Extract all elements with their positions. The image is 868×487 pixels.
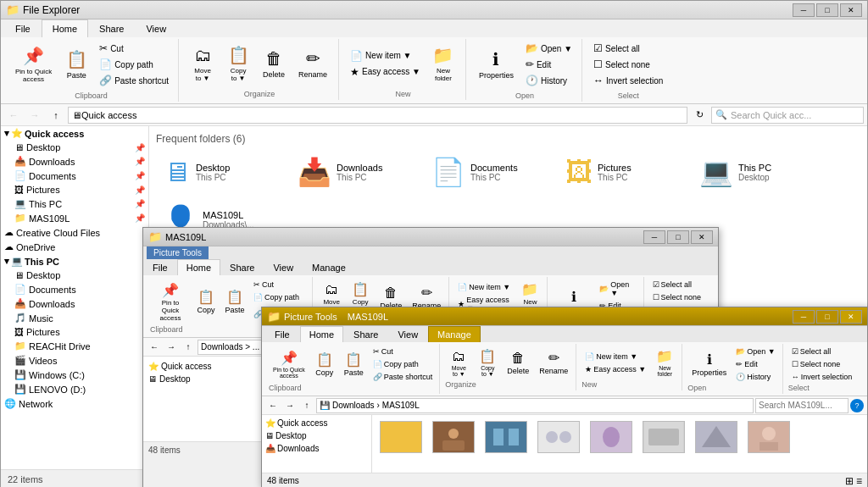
w3-sidebar-desktop[interactable]: 🖥 Desktop [262,429,371,442]
w3-tab-share[interactable]: Share [344,326,387,342]
w2-tab-home[interactable]: Home [177,259,220,275]
tab-view[interactable]: View [135,19,177,37]
w3-list-view-button[interactable]: ≡ [856,475,862,487]
sidebar-item-windows-c[interactable]: 💾 Windows (C:) [1,368,148,382]
w3-new-folder-button[interactable]: 📁 Newfolder [651,346,678,379]
w2-up-button[interactable]: ↑ [181,340,196,355]
sidebar-item-mas109l-qa[interactable]: 📁 MAS109L 📌 [1,211,148,225]
w3-edit-button[interactable]: ✏ Edit [732,358,778,370]
thumb-item-2[interactable] [428,418,479,465]
w2-open-button[interactable]: 📂 Open ▼ [596,279,639,299]
tab-share[interactable]: Share [88,19,135,37]
w3-properties-button[interactable]: ℹ Properties [687,349,731,379]
w3-minimize-button[interactable]: ─ [793,310,815,324]
paste-button[interactable]: 📋 Paste [59,45,93,84]
w3-paste-shortcut-button[interactable]: 🔗 Paste shortcut [370,371,437,383]
up-button[interactable]: ↑ [47,106,65,125]
w3-up-button[interactable]: ↑ [299,398,314,413]
sidebar-item-pictures-qa[interactable]: 🖼 Pictures 📌 [1,183,148,196]
w2-new-item-button[interactable]: 📄 New item ▼ [454,281,515,293]
properties-button[interactable]: ℹ Properties [473,45,520,84]
invert-selection-button[interactable]: ↔ Invert selection [589,73,667,88]
thumb-item-5[interactable] [586,418,637,465]
folder-item-documents[interactable]: 📄 Documents This PC [424,152,551,192]
sidebar-item-downloads-qa[interactable]: 📥 Downloads 📌 [1,154,148,169]
sidebar-item-music[interactable]: 🎵 Music [1,311,148,325]
w3-address-bar[interactable]: 💾 Downloads › MAS109L [316,398,754,413]
select-all-button[interactable]: ☑ Select all [589,41,667,56]
w2-copy-button[interactable]: 📋 Copy [192,286,220,317]
w2-sidebar-quick-access[interactable]: ⭐ Quick access [143,360,261,373]
w3-large-icons-button[interactable]: ⊞ [845,475,854,487]
w2-cut-button[interactable]: ✂ Cut [250,279,309,291]
w3-tab-home[interactable]: Home [300,326,343,342]
address-bar[interactable]: 🖥 Quick access [68,107,687,124]
copy-to-button[interactable]: 📋 Copyto ▼ [221,41,255,86]
sidebar-item-onedrive[interactable]: ☁ OneDrive [1,240,148,254]
sidebar-item-desktop-pc[interactable]: 🖥 Desktop [1,268,148,282]
select-none-button[interactable]: ☐ Select none [589,57,667,72]
edit-button[interactable]: ✏ Edit [521,57,576,72]
w3-easy-access-button[interactable]: ★ Easy access ▼ [581,363,649,375]
folder-item-pictures[interactable]: 🖼 Pictures This PC [558,152,685,192]
forward-button[interactable]: → [25,106,44,125]
cut-button[interactable]: ✂ Cut [95,41,173,56]
delete-button[interactable]: 🗑 Delete [257,45,291,83]
w3-open-button[interactable]: 📂 Open ▼ [732,346,778,357]
refresh-button[interactable]: ↻ [690,106,709,125]
sidebar-item-downloads-pc[interactable]: 📥 Downloads [1,296,148,311]
w2-tab-view[interactable]: View [264,259,303,275]
sidebar-item-creative-cloud[interactable]: ☁ Creative Cloud Files [1,225,148,240]
new-folder-button[interactable]: 📁 Newfolder [426,41,460,86]
move-to-button[interactable]: 🗂 Moveto ▼ [186,42,220,86]
paste-shortcut-button[interactable]: 🔗 Paste shortcut [95,73,173,88]
sidebar-item-reachit[interactable]: 📁 REACHit Drive [1,339,148,353]
folder-item-this-pc[interactable]: 💻 This PC Desktop [692,152,819,192]
w2-forward-button[interactable]: → [164,340,179,355]
w2-copy-path-button[interactable]: 📄 Copy path [250,291,309,303]
easy-access-button[interactable]: ★ Easy access ▼ [346,64,425,80]
w2-tab-file[interactable]: File [143,259,177,275]
sidebar-item-documents-qa[interactable]: 📄 Documents 📌 [1,169,148,183]
w2-paste-button[interactable]: 📋 Paste [221,286,248,317]
thumb-item-1[interactable] [376,418,426,465]
w2-tab-share[interactable]: Share [220,259,264,275]
open-button[interactable]: 📂 Open ▼ [521,41,576,56]
sidebar-item-network[interactable]: 🌐 Network [1,396,148,411]
sidebar-item-this-pc[interactable]: ▾ 💻 This PC [1,254,148,268]
w3-maximize-button[interactable]: □ [816,310,838,324]
sidebar-item-quick-access[interactable]: ▾ ⭐ Quick access [1,126,148,141]
w2-maximize-button[interactable]: □ [667,230,689,244]
w3-select-none-button[interactable]: ☐ Select none [788,358,856,370]
w3-help-button[interactable]: ? [850,399,864,412]
w3-delete-button[interactable]: 🗑 Delete [503,348,533,378]
w2-sidebar-desktop[interactable]: 🖥 Desktop [143,373,261,385]
copy-path-button[interactable]: 📄 Copy path [95,57,173,72]
rename-button[interactable]: ✏ Rename [292,44,333,83]
thumb-item-6[interactable] [638,418,689,465]
w3-copy-to-button[interactable]: 📋 Copyto ▼ [474,346,501,379]
close-button[interactable]: ✕ [840,3,862,17]
w3-copy-button[interactable]: 📋 Copy [311,349,338,379]
w2-back-button[interactable]: ← [147,340,162,355]
w3-tab-file[interactable]: File [265,326,299,342]
w2-minimize-button[interactable]: ─ [643,230,665,244]
w3-move-to-button[interactable]: 🗂 Moveto ▼ [445,346,472,379]
pin-to-quick-access-button[interactable]: 📌 Pin to Quickaccess [9,42,58,87]
tab-file[interactable]: File [4,19,42,37]
thumb-item-8[interactable] [743,418,794,465]
w3-invert-button[interactable]: ↔ Invert selection [788,371,856,383]
w3-search-input[interactable] [755,398,849,413]
w3-select-all-button[interactable]: ☑ Select all [788,346,856,357]
w2-close-button[interactable]: ✕ [691,230,713,244]
w3-sidebar-quick-access[interactable]: ⭐ Quick access [262,417,371,429]
w2-pin-button[interactable]: 📌 Pin to Quickaccess [150,279,191,324]
w3-paste-button[interactable]: 📋 Paste [340,349,368,379]
w3-rename-button[interactable]: ✏ Rename [535,347,572,378]
thumb-item-3[interactable] [481,418,531,465]
search-bar[interactable]: 🔍 Search Quick acc... [711,107,864,124]
sidebar-item-thispc-qa[interactable]: 💻 This PC 📌 [1,196,148,211]
folder-item-downloads[interactable]: 📥 Downloads This PC [290,152,417,192]
folder-item-desktop[interactable]: 🖥 Desktop This PC [156,152,283,192]
w3-forward-button[interactable]: → [282,398,298,413]
